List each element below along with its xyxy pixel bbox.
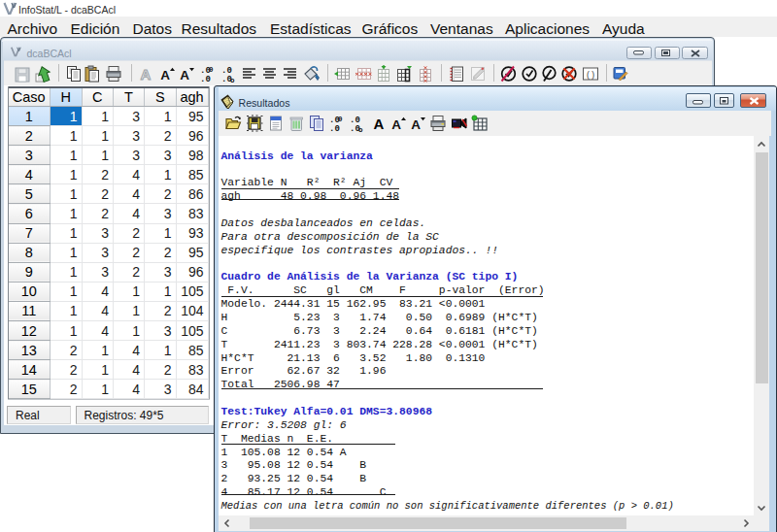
svg-text:0: 0 <box>209 66 214 74</box>
svg-text:A: A <box>160 68 170 83</box>
svg-text:A: A <box>391 116 401 131</box>
svg-text:.0: .0 <box>329 123 340 133</box>
svg-text:0: 0 <box>338 115 343 122</box>
svg-text:A: A <box>411 116 421 131</box>
svg-text:.0: .0 <box>200 75 211 84</box>
svg-text:A: A <box>374 115 385 131</box>
svg-text:o: o <box>358 126 363 134</box>
svg-text:( ): ( ) <box>586 70 593 80</box>
svg-text:o: o <box>230 77 235 84</box>
svg-text:A: A <box>180 68 189 83</box>
svg-text:A: A <box>141 66 152 83</box>
